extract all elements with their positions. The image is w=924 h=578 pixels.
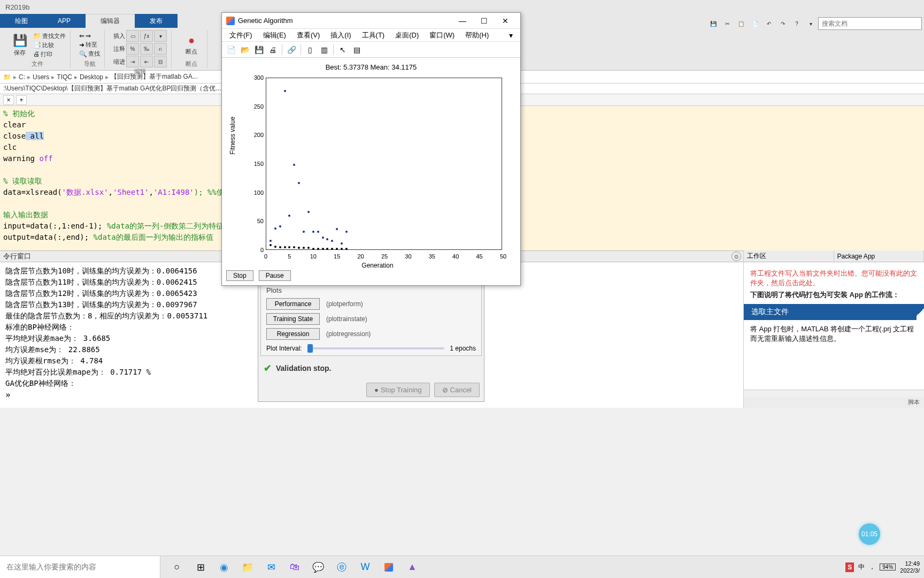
menu-window[interactable]: 窗口(W) xyxy=(425,31,459,40)
save-figure-icon[interactable]: 💾 xyxy=(253,44,265,56)
tab-app[interactable]: APP xyxy=(43,14,86,28)
copy-icon[interactable]: 📋 xyxy=(735,17,748,30)
uncomment-icon[interactable]: ‰ xyxy=(140,43,153,55)
insert-label[interactable]: 插入 xyxy=(113,32,125,40)
indent-icon[interactable]: ⇥ xyxy=(126,56,139,67)
taskbar-search[interactable]: 在这里输入你要搜索的内容 xyxy=(0,556,160,578)
workspace-tab[interactable]: 工作区 xyxy=(744,250,834,262)
task-view-icon[interactable]: ⊞ xyxy=(194,560,207,574)
layout1-icon[interactable]: ▯ xyxy=(304,44,316,56)
tab-editor[interactable]: 编辑器 xyxy=(86,14,135,28)
find-files-label[interactable]: 查找文件 xyxy=(42,32,66,40)
scatter-chart[interactable]: Fitness value Generation 050100150200250… xyxy=(249,73,506,266)
package-app-tab[interactable]: Package App xyxy=(834,250,925,262)
find-icon[interactable]: 🔍 xyxy=(79,50,87,58)
comment-label[interactable]: 注释 xyxy=(113,45,125,53)
databrush-icon[interactable]: ▤ xyxy=(351,44,363,56)
stop-button[interactable]: Stop xyxy=(226,270,253,281)
compare-label[interactable]: 比较 xyxy=(42,41,54,49)
print-icon[interactable]: 🖨 xyxy=(33,50,40,58)
forward-icon[interactable]: ⇒ xyxy=(86,32,91,40)
search-docs[interactable] xyxy=(818,17,922,30)
link-icon[interactable]: 🔗 xyxy=(286,44,297,56)
regression-button[interactable]: Regression xyxy=(266,328,320,340)
crumb-desktop[interactable]: Desktop xyxy=(80,73,103,81)
back-icon[interactable]: ⇐ xyxy=(79,32,84,40)
save-button[interactable]: 💾 保存 xyxy=(9,31,31,59)
paste-icon[interactable]: 📄 xyxy=(749,17,761,30)
stop-training-button[interactable]: ●Stop Training xyxy=(366,383,429,397)
dropdown-icon[interactable]: ▾ xyxy=(804,17,817,30)
maximize-icon[interactable]: ☐ xyxy=(473,13,495,28)
mail-icon[interactable]: ✉ xyxy=(264,560,278,574)
ga-titlebar[interactable]: Genetic Algorithm — ☐ ✕ xyxy=(222,13,520,29)
smartindent-icon[interactable]: ⊟ xyxy=(154,56,167,67)
compare-icon[interactable]: 📑 xyxy=(33,41,41,49)
training-state-button[interactable]: Training State xyxy=(266,313,320,325)
print-figure-icon[interactable]: 🖨 xyxy=(267,44,279,56)
tab-publish[interactable]: 发布 xyxy=(135,14,178,28)
help-icon[interactable]: ? xyxy=(790,17,803,30)
menu-file[interactable]: 文件(F) xyxy=(225,31,257,40)
horizontal-scrollbar[interactable] xyxy=(744,390,924,397)
indent-label[interactable]: 缩进 xyxy=(113,58,125,66)
close-icon[interactable]: ✕ xyxy=(495,13,516,28)
menu-insert[interactable]: 插入(I) xyxy=(326,31,355,40)
breakpoint-button[interactable]: ● 断点 xyxy=(180,31,203,59)
menu-help[interactable]: 帮助(H) xyxy=(461,31,493,40)
var-icon[interactable]: ▾ xyxy=(154,30,167,42)
section-icon[interactable]: ▭ xyxy=(126,30,139,42)
step-select-main-file[interactable]: 选取主文件 xyxy=(744,304,924,320)
print-label[interactable]: 打印 xyxy=(41,50,52,58)
wechat-icon[interactable]: 💬 xyxy=(311,560,325,574)
crumb-tiqc[interactable]: TIQC xyxy=(57,73,72,81)
crumb-users[interactable]: Users xyxy=(33,73,49,81)
minimize-icon[interactable]: — xyxy=(452,13,473,28)
crumb-c[interactable]: C: xyxy=(19,73,25,81)
app-icon[interactable]: ▲ xyxy=(405,560,419,574)
system-clock[interactable]: 12:49 2022/3/ xyxy=(900,560,920,574)
new-tab-icon[interactable]: + xyxy=(16,95,27,105)
comment-icon[interactable]: % xyxy=(126,43,139,55)
cortana-icon[interactable]: ○ xyxy=(170,560,184,574)
wrap-icon[interactable]: ⎌ xyxy=(154,43,167,55)
layout2-icon[interactable]: ▥ xyxy=(318,44,330,56)
crumb-project[interactable]: 【回归预测】基于matlab GA... xyxy=(111,72,198,81)
open-icon[interactable]: 📂 xyxy=(239,44,251,56)
word-icon[interactable]: W xyxy=(358,560,372,574)
search-docs-input[interactable] xyxy=(818,17,922,30)
find-files-icon[interactable]: 📁 xyxy=(33,32,41,40)
store-icon[interactable]: 🛍 xyxy=(288,560,302,574)
save-icon[interactable]: 💾 xyxy=(707,17,720,30)
tab-plot[interactable]: 绘图 xyxy=(0,14,43,28)
sogou-icon[interactable]: S xyxy=(845,562,854,572)
ime-lang[interactable]: 中 xyxy=(858,562,865,572)
find-label[interactable]: 查找 xyxy=(88,50,100,58)
menu-edit[interactable]: 编辑(E) xyxy=(259,31,290,40)
performance-button[interactable]: Performance xyxy=(266,298,320,310)
goto-icon[interactable]: ➜ xyxy=(79,41,84,49)
ie-icon[interactable]: ⓔ xyxy=(335,560,349,574)
pointer-icon[interactable]: ↖ xyxy=(337,44,349,56)
ime-punct[interactable]: ， xyxy=(869,562,875,572)
matlab-icon[interactable] xyxy=(382,560,396,574)
edge-icon[interactable]: ◉ xyxy=(217,560,231,574)
menu-tools[interactable]: 工具(T) xyxy=(358,31,389,40)
battery-status[interactable]: 94% xyxy=(880,564,896,571)
expand-icon[interactable]: ⊙ xyxy=(732,252,741,261)
plot-interval-slider[interactable] xyxy=(307,347,445,349)
undo-icon[interactable]: ↶ xyxy=(763,17,775,30)
explorer-icon[interactable]: 📁 xyxy=(241,560,255,574)
goto-label[interactable]: 转至 xyxy=(86,41,97,49)
cancel-button[interactable]: ⊘Cancel xyxy=(434,383,480,397)
menu-desktop[interactable]: 桌面(D) xyxy=(391,31,423,40)
menu-view[interactable]: 查看(V) xyxy=(292,31,324,40)
redo-icon[interactable]: ↷ xyxy=(776,17,789,30)
menu-more-icon[interactable]: ▾ xyxy=(505,31,517,40)
pause-button[interactable]: Pause xyxy=(259,270,291,281)
new-figure-icon[interactable]: 📄 xyxy=(225,44,237,56)
close-tab-icon[interactable]: × xyxy=(3,95,14,105)
folder-icon[interactable]: 📁 xyxy=(3,73,11,81)
fx-icon[interactable]: ƒx xyxy=(140,30,153,42)
cut-icon[interactable]: ✂ xyxy=(721,17,734,30)
